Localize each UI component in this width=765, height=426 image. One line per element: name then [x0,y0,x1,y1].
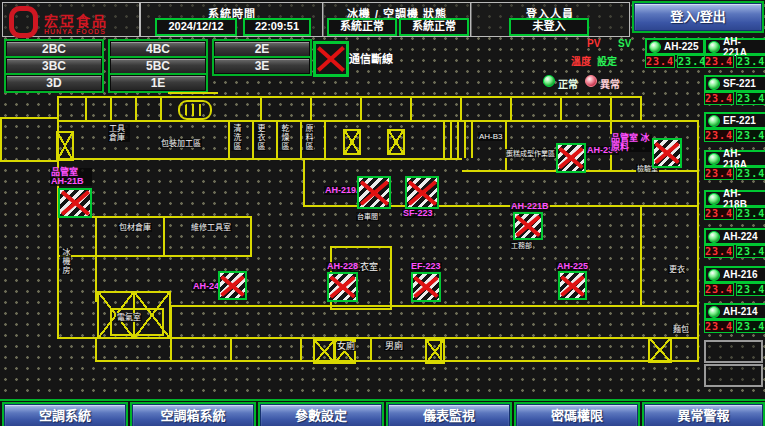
wall-segment [160,96,162,122]
sv-value: 23.4 [736,320,765,333]
unit-ah-224[interactable]: AH-224 [704,228,765,245]
alarm-tag: AH-221B [510,202,550,211]
wall-segment [57,120,642,122]
room-label: 原料區 [303,124,314,151]
zone-button-1e[interactable]: 1E [110,75,206,91]
comm-loss-alarm-icon [652,138,682,168]
unit-ah-218b[interactable]: AH-218B [704,190,765,207]
machine-status-section: 冰機 / 空調機 狀態 系統正常 系統正常 [322,2,472,37]
wall-segment [57,96,642,98]
footer-button-ac-system[interactable]: 空調系統 [4,404,126,426]
login-logout-button[interactable]: 登入/登出 [634,3,762,31]
sv-value: 23.4 [736,283,765,296]
comm-loss-alarm-icon [558,271,587,300]
unit-name: AH-225 [664,41,698,52]
pv-value: 23.4 [704,283,734,296]
alarm-tag: SF-223 [402,209,434,218]
unit-name: AH-216 [723,269,757,280]
pv-value: 23.4 [704,129,734,142]
stair-icon [387,129,405,155]
room-label: AH-B3 [478,132,504,141]
wall-segment [300,337,302,362]
alarm-tag: 品管室 AH-21B [50,168,92,186]
empty-unit-slot [704,364,763,387]
footer-bar: 空調系統 空調箱系統 參數設定 儀表監視 密碼權限 異常警報 [0,399,765,426]
room-label: 工務部 [510,241,533,250]
wall-segment [0,117,2,162]
wall-segment [640,205,642,305]
zone-button-4bc[interactable]: 4BC [110,41,206,57]
zone-button-2bc[interactable]: 2BC [6,41,102,57]
unit-ah-225-values: 23.423.4 [645,55,701,68]
wall-segment [57,255,252,257]
room-label: 清洗區 [231,124,242,151]
wall-segment [57,158,462,160]
pv-value: 23.4 [704,167,734,180]
footer-button-param-setting[interactable]: 參數設定 [260,404,382,426]
unit-name: SF-221 [723,78,756,89]
pv-value: 23.4 [704,245,734,258]
comm-loss-alarm-icon [327,272,358,302]
zone-button-5bc[interactable]: 5BC [110,58,206,74]
comm-loss-legend-icon [313,41,349,77]
wall-segment [0,117,58,119]
sv-value: 23.4 [736,207,765,220]
room-label: 蛋糕成型作業區 [505,149,556,158]
brand-subtitle: HUNYA FOODS [44,28,108,35]
pv-value: 23.4 [645,55,675,68]
wall-segment [95,337,97,362]
footer-button-ahu-system[interactable]: 空調箱系統 [132,404,254,426]
footer-button-alarm[interactable]: 異常警報 [644,404,763,426]
chiller-status-value: 系統正常 [327,18,397,36]
unit-name: EF-221 [723,115,756,126]
unit-lamp-icon [708,115,720,127]
comm-loss-alarm-icon [58,188,92,218]
wall-segment [360,96,362,122]
unit-ah-221a-values: 23.423.4 [704,55,763,68]
wall-segment [95,360,699,362]
wall-segment [610,96,612,122]
room-label: 麵包 [672,325,690,334]
wall-segment [324,120,326,160]
unit-lamp-icon [649,41,661,53]
unit-ah-216[interactable]: AH-216 [704,266,765,283]
system-time-section: 系統時間 2024/12/12 22:09:51 [140,2,324,37]
unit-ah-221a[interactable]: AH-221A [704,38,765,55]
alarm-tag: EF-223 [410,262,442,271]
abnormal-legend-label: 異常 [600,76,620,91]
sv-legend-label: SV [618,38,631,49]
unit-ah-225[interactable]: AH-225 [645,38,705,55]
unit-ah-214-values: 23.423.4 [704,320,763,333]
unit-lamp-icon [708,269,720,281]
unit-ah-214[interactable]: AH-214 [704,303,765,320]
wall-segment [450,120,452,158]
wall-segment [640,120,699,122]
room-label: 電氣室 [116,313,142,322]
comm-loss-alarm-icon [357,176,391,209]
room-label: 乾燥區 [279,124,290,151]
unit-sf-221[interactable]: SF-221 [704,75,765,92]
login-status-value: 未登入 [509,18,589,36]
pv-value: 23.4 [704,92,734,105]
wall-segment [460,96,462,122]
room-label: 維修工具室 [190,223,232,232]
wall-segment [443,120,445,158]
wall-segment [457,120,459,158]
zone-button-3bc[interactable]: 3BC [6,58,102,74]
zone-button-2e[interactable]: 2E [214,41,310,57]
footer-button-password[interactable]: 密碼權限 [516,404,638,426]
unit-lamp-icon [708,193,720,205]
unit-ef-221[interactable]: EF-221 [704,112,765,129]
zone-button-3e[interactable]: 3E [214,58,310,74]
unit-ah-218a[interactable]: AH-218A [704,150,765,167]
sv-name-label: 設定 [597,53,617,68]
footer-button-meter-monitor[interactable]: 儀表監視 [388,404,510,426]
comm-loss-alarm-icon [405,176,439,209]
system-time-value: 22:09:51 [243,18,311,36]
unit-lamp-icon [708,306,720,318]
ac-status-value: 系統正常 [399,18,469,36]
alarm-tag: 品管室 冰原料 [610,134,652,152]
unit-ah-216-values: 23.423.4 [704,283,763,296]
zone-button-3d[interactable]: 3D [6,75,102,91]
comm-loss-alarm-icon [218,271,247,300]
